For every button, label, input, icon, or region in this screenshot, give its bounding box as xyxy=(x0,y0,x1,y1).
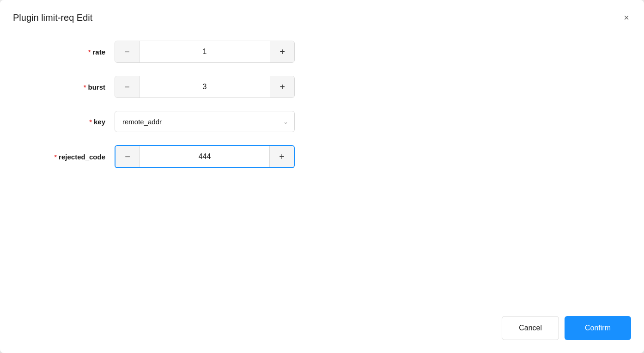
burst-decrement-button[interactable]: − xyxy=(115,76,139,97)
rejected-code-decrement-button[interactable]: − xyxy=(115,146,140,167)
key-field-row: * key remote_addr server_addr http_x_rea… xyxy=(13,111,631,132)
confirm-button[interactable]: Confirm xyxy=(565,316,631,340)
rate-decrement-button[interactable]: − xyxy=(115,41,139,62)
dialog-header: Plugin limit-req Edit × xyxy=(0,0,644,31)
key-label-text: key xyxy=(94,118,105,126)
key-select-wrapper: remote_addr server_addr http_x_real_ip h… xyxy=(115,111,295,132)
burst-number-input: − + xyxy=(115,76,295,98)
rate-required-star: * xyxy=(88,48,91,56)
burst-required-star: * xyxy=(84,83,86,91)
rejected-code-required-star: * xyxy=(54,153,57,161)
burst-label: * burst xyxy=(13,83,115,91)
dialog-body: * rate − + * burst − + xyxy=(0,31,644,307)
rejected-code-label-text: rejected_code xyxy=(59,153,105,161)
burst-field-row: * burst − + xyxy=(13,76,631,98)
key-label: * key xyxy=(13,118,115,126)
rate-label: * rate xyxy=(13,48,115,56)
burst-label-text: burst xyxy=(88,83,106,91)
close-button[interactable]: × xyxy=(622,11,631,24)
burst-increment-button[interactable]: + xyxy=(270,76,294,97)
rejected-code-number-input: − + xyxy=(115,145,295,168)
key-required-star: * xyxy=(89,118,92,126)
dialog-footer: Cancel Confirm xyxy=(0,307,644,353)
rate-increment-button[interactable]: + xyxy=(270,41,294,62)
rate-value-input[interactable] xyxy=(140,41,270,62)
rejected-code-label: * rejected_code xyxy=(13,153,115,161)
rejected-code-field-row: * rejected_code − + xyxy=(13,145,631,168)
rejected-code-increment-button[interactable]: + xyxy=(270,146,294,167)
cancel-button[interactable]: Cancel xyxy=(502,316,559,340)
rejected-code-value-input[interactable] xyxy=(140,146,269,167)
rate-field-row: * rate − + xyxy=(13,41,631,63)
plugin-edit-dialog: Plugin limit-req Edit × * rate − + * bur… xyxy=(0,0,644,353)
burst-value-input[interactable] xyxy=(140,76,270,97)
rate-number-input: − + xyxy=(115,41,295,63)
dialog-title: Plugin limit-req Edit xyxy=(13,12,92,23)
key-select[interactable]: remote_addr server_addr http_x_real_ip h… xyxy=(115,111,295,132)
rate-label-text: rate xyxy=(92,48,105,56)
